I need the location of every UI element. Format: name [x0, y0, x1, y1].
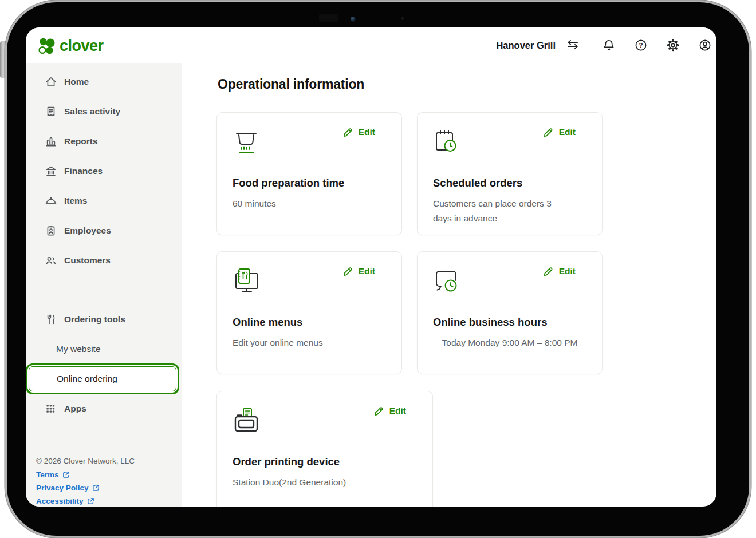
edit-label: Edit — [359, 127, 375, 137]
sidebar-item-label: Apps — [64, 404, 86, 414]
bezel-sensor-bar — [319, 14, 338, 22]
app-screen: clover Hanover Grill ? — [26, 27, 716, 507]
sidebar-item-items[interactable]: Items — [26, 186, 182, 216]
gear-icon[interactable] — [666, 38, 680, 52]
link-label: Privacy Policy — [36, 484, 89, 492]
pencil-icon — [543, 126, 554, 138]
card-food-preparation-time: Edit Food preparation time 60 minutes — [216, 112, 402, 235]
tablet-side-button — [0, 41, 7, 78]
edit-label: Edit — [389, 406, 406, 416]
sidebar-divider — [36, 290, 165, 290]
privacy-policy-link[interactable]: Privacy Policy — [36, 484, 174, 492]
help-icon[interactable]: ? — [634, 38, 648, 52]
people-icon — [45, 254, 57, 267]
page-title: Operational information — [218, 77, 364, 92]
badge-icon — [45, 224, 57, 237]
bar-chart-icon — [45, 135, 57, 148]
terms-link[interactable]: Terms — [36, 470, 174, 479]
sidebar-item-employees[interactable]: Employees — [26, 216, 182, 246]
sidebar-item-label: Finances — [64, 166, 103, 176]
card-subtitle: Edit your online menus — [233, 335, 323, 350]
light-sensor — [401, 17, 404, 20]
sidebar-item-ordering-tools[interactable]: Ordering tools — [26, 304, 182, 334]
card-title: Scheduled orders — [433, 177, 522, 189]
edit-button[interactable]: Edit — [342, 126, 375, 138]
card-title: Online menus — [233, 316, 302, 329]
link-label: Terms — [36, 470, 59, 479]
bell-icon[interactable] — [602, 38, 616, 52]
sidebar-item-apps[interactable]: Apps — [26, 394, 182, 424]
sidebar-item-label: Employees — [64, 226, 111, 236]
sidebar-item-online-ordering[interactable]: Online ordering — [29, 366, 176, 391]
sidebar-item-label: Items — [64, 196, 88, 206]
calendar-clock-icon — [433, 129, 460, 155]
pencil-icon — [342, 126, 354, 138]
card-title: Order printing device — [233, 456, 340, 468]
edit-button[interactable]: Edit — [373, 405, 406, 417]
card-online-business-hours: Edit Online business hours Today Monday … — [417, 251, 603, 374]
header-divider — [590, 32, 590, 58]
edit-button[interactable]: Edit — [543, 266, 576, 277]
link-label: Accessibility — [36, 497, 84, 505]
card-title: Online business hours — [433, 316, 547, 329]
pencil-icon — [373, 405, 385, 417]
sidebar-item-label: Reports — [64, 136, 98, 147]
utensils-icon — [45, 313, 57, 326]
edit-button[interactable]: Edit — [543, 126, 576, 138]
sidebar-item-customers[interactable]: Customers — [26, 246, 182, 275]
help-glyph: ? — [639, 42, 643, 49]
card-order-printing-device: Edit Order printing device Station Duo(2… — [216, 391, 433, 507]
card-subtitle: Today Monday 9:00 AM – 8:00 PM — [433, 335, 586, 350]
sidebar-item-finances[interactable]: Finances — [26, 156, 182, 186]
receipt-icon — [45, 105, 57, 118]
cloche-icon — [45, 195, 57, 207]
sidebar-footer: © 2026 Clover Network, LLC Terms Privacy… — [36, 457, 174, 507]
sidebar-item-label: Ordering tools — [64, 314, 125, 325]
logo-wordmark: clover — [60, 37, 104, 55]
edit-label: Edit — [559, 127, 576, 137]
external-link-icon — [92, 484, 100, 492]
sidebar-item-label: Customers — [64, 255, 111, 266]
card-subtitle: 60 minutes — [233, 196, 276, 211]
external-link-icon — [62, 471, 70, 478]
sidebar-item-label: My website — [56, 344, 101, 354]
sidebar-item-label: Home — [64, 77, 89, 87]
merchant-name[interactable]: Hanover Grill — [496, 40, 556, 51]
copyright-text: © 2026 Clover Network, LLC — [36, 457, 174, 465]
sidebar-item-reports[interactable]: Reports — [26, 126, 182, 156]
header-actions: Hanover Grill ? — [496, 27, 712, 63]
edit-button[interactable]: Edit — [342, 266, 375, 277]
card-title: Food preparation time — [233, 177, 344, 189]
card-online-menus: Edit Online menus Edit your online menus — [216, 251, 402, 374]
switch-merchant-icon[interactable] — [566, 38, 580, 52]
printer-receipt-icon — [233, 408, 260, 434]
sidebar-item-label: Sales activity — [64, 106, 120, 117]
card-scheduled-orders: Edit Scheduled orders Customers can plac… — [417, 112, 603, 235]
device-clock-icon — [433, 268, 460, 294]
sidebar-item-my-website[interactable]: My website — [26, 334, 182, 364]
sidebar: Home Sales activity Reports — [26, 63, 182, 507]
account-icon[interactable] — [698, 38, 712, 52]
edit-label: Edit — [359, 266, 375, 276]
bank-icon — [45, 165, 57, 177]
accessibility-link[interactable]: Accessibility — [36, 497, 174, 505]
front-camera — [351, 17, 356, 22]
clover-logo: clover — [36, 35, 104, 56]
pencil-icon — [543, 266, 554, 277]
grid-icon — [45, 402, 57, 415]
home-icon — [45, 76, 57, 88]
monitor-menu-icon — [233, 268, 261, 294]
sidebar-item-sales-activity[interactable]: Sales activity — [26, 97, 182, 126]
top-bar: clover Hanover Grill ? — [26, 27, 716, 63]
external-link-icon — [87, 497, 94, 505]
edit-label: Edit — [559, 266, 576, 276]
card-subtitle: Station Duo(2nd Generation) — [233, 475, 346, 490]
pencil-icon — [342, 266, 354, 277]
sidebar-item-label: Online ordering — [57, 374, 117, 384]
sidebar-item-home[interactable]: Home — [26, 67, 182, 97]
tablet-mockup: clover Hanover Grill ? — [0, 0, 756, 538]
card-subtitle: Customers can place orders 3 days in adv… — [433, 196, 568, 226]
clover-leaf-icon — [36, 35, 57, 56]
food-prep-pot-icon — [233, 129, 260, 155]
